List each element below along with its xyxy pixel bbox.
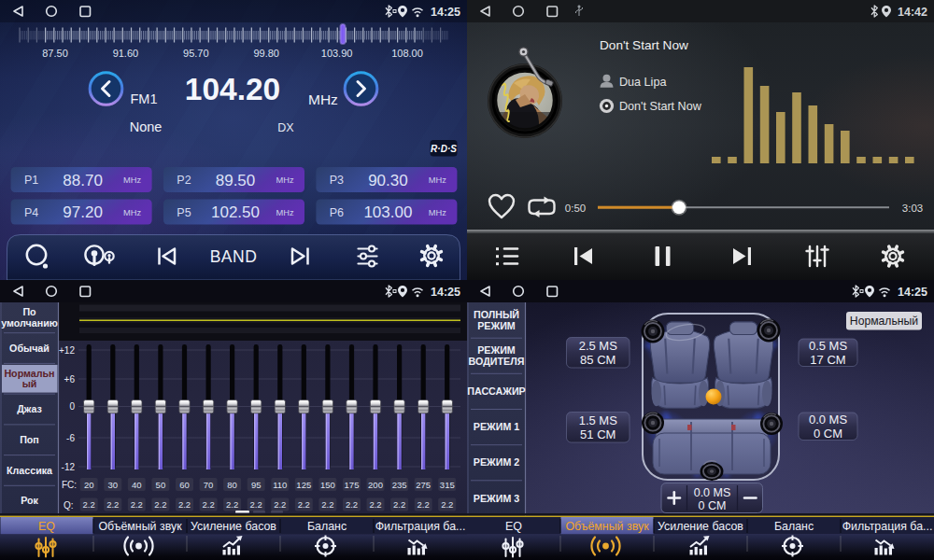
svg-text:2.2: 2.2 [202,499,214,510]
svg-text:0 CM: 0 CM [814,427,842,441]
svg-text:Усиление басов: Усиление басов [191,520,276,533]
svg-text:150: 150 [320,480,335,490]
svg-text:ПОЛНЫЙ: ПОЛНЫЙ [474,309,519,320]
svg-text:P3: P3 [330,174,344,187]
svg-text:FC:: FC: [62,480,77,490]
svg-text:91.60: 91.60 [113,48,139,59]
svg-text:Нормальный: Нормальный [850,315,918,328]
svg-text:MHz: MHz [123,175,141,185]
svg-text:BAND: BAND [210,247,258,266]
svg-text:2.2: 2.2 [346,499,358,510]
svg-text:Фильтрация ба...: Фильтрация ба... [842,520,933,533]
svg-text:0.0 MS: 0.0 MS [694,486,731,499]
svg-text:РЕЖИМ 1: РЕЖИМ 1 [474,421,519,432]
svg-text:MHz: MHz [123,208,141,217]
svg-text:Dua Lipa: Dua Lipa [619,76,666,89]
svg-text:60: 60 [179,480,190,490]
svg-text:14:42: 14:42 [898,6,927,19]
svg-text:103.90: 103.90 [321,48,353,59]
svg-text:0:50: 0:50 [565,203,586,214]
svg-text:110: 110 [273,480,287,490]
svg-text:90.30: 90.30 [368,172,408,189]
svg-text:MHz: MHz [308,91,338,107]
svg-text:50: 50 [156,480,166,490]
svg-text:РЕЖИМ 2: РЕЖИМ 2 [474,456,519,468]
svg-text:P5: P5 [177,206,191,219]
svg-text:None: None [130,119,163,134]
svg-text:2.2: 2.2 [226,499,238,510]
svg-text:125: 125 [296,480,311,490]
svg-text:2.2: 2.2 [393,499,405,510]
svg-text:Усиление басов: Усиление басов [658,520,743,533]
svg-text:14:25: 14:25 [898,286,927,299]
svg-text:Фильтрация ба...: Фильтрация ба... [375,520,466,533]
svg-text:ый: ый [22,378,37,389]
svg-text:2.2: 2.2 [274,499,286,510]
svg-text:2.2: 2.2 [106,499,119,510]
svg-text:MHz: MHz [276,208,293,217]
svg-text:102.50: 102.50 [211,203,260,221]
svg-text:ПАССАЖИР: ПАССАЖИР [467,385,526,397]
svg-text:умолчанию: умолчанию [1,317,58,329]
svg-text:0: 0 [69,401,75,412]
svg-text:200: 200 [368,480,383,490]
svg-text:Нормальн: Нормальн [4,368,54,379]
svg-text:88.70: 88.70 [63,172,103,189]
svg-text:175: 175 [345,480,360,490]
svg-text:2.2: 2.2 [154,499,166,510]
svg-text:108.00: 108.00 [391,48,423,59]
svg-text:70: 70 [204,480,214,490]
svg-text:235: 235 [392,480,407,490]
svg-text:2.2: 2.2 [298,499,310,510]
svg-text:104.20: 104.20 [185,72,280,106]
svg-text:2.2: 2.2 [369,499,381,510]
svg-text:85 CM: 85 CM [580,353,616,367]
svg-text:РЕЖИМ 3: РЕЖИМ 3 [474,493,519,504]
svg-text:51 CM: 51 CM [580,427,616,441]
svg-text:-6: -6 [66,433,75,443]
svg-text:2.5 MS: 2.5 MS [579,339,618,353]
svg-text:+6: +6 [64,374,76,385]
svg-text:DX: DX [277,121,294,134]
svg-text:2.2: 2.2 [441,499,453,510]
svg-text:FM1: FM1 [131,91,158,106]
svg-text:87.50: 87.50 [42,48,68,59]
svg-text:80: 80 [227,480,237,490]
svg-text:Поп: Поп [20,434,39,445]
svg-text:-12: -12 [62,462,76,472]
svg-text:EQ: EQ [505,520,522,533]
svg-text:Объёмный звук: Объёмный звук [98,520,182,533]
svg-text:14:25: 14:25 [431,286,460,299]
svg-text:2.2: 2.2 [83,499,95,510]
svg-text:97.20: 97.20 [63,203,103,221]
svg-text:0.5 MS: 0.5 MS [809,339,848,353]
svg-text:14:25: 14:25 [431,6,460,19]
svg-text:P1: P1 [24,174,38,187]
svg-text:P6: P6 [330,206,344,219]
svg-text:Обычай: Обычай [9,343,50,354]
svg-text:2.2: 2.2 [131,499,143,510]
svg-text:РЕЖИМ: РЕЖИМ [477,344,516,356]
svg-text:MHz: MHz [276,175,293,185]
svg-text:ВОДИТЕЛЯ: ВОДИТЕЛЯ [469,356,525,367]
svg-text:1.5 MS: 1.5 MS [579,413,618,427]
svg-text:Классика: Классика [7,465,53,476]
svg-text:+12: +12 [59,345,75,356]
svg-text:По: По [22,306,36,317]
svg-text:Don't Start Now: Don't Start Now [619,100,702,113]
svg-text:MHz: MHz [429,175,446,185]
svg-text:40: 40 [132,480,142,490]
svg-text:103.00: 103.00 [363,203,412,221]
svg-text:P4: P4 [24,206,38,219]
svg-text:Объёмный звук: Объёмный звук [565,520,649,533]
svg-text:P2: P2 [177,174,191,187]
svg-text:89.50: 89.50 [216,172,256,189]
svg-text:EQ: EQ [38,520,55,533]
svg-text:99.80: 99.80 [253,48,279,59]
svg-text:95: 95 [251,480,262,490]
svg-text:2.2: 2.2 [321,499,333,510]
svg-text:Баланс: Баланс [307,520,347,533]
svg-text:2.2: 2.2 [250,499,262,510]
svg-text:95.70: 95.70 [183,48,209,59]
svg-text:2.2: 2.2 [417,499,430,510]
